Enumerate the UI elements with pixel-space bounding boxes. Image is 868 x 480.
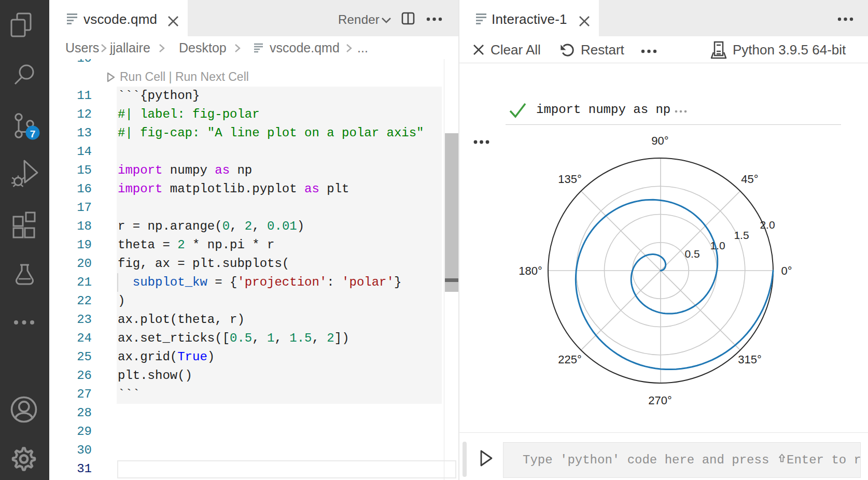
svg-text:45°: 45° <box>741 173 758 186</box>
svg-text:1.0: 1.0 <box>710 239 725 251</box>
svg-text:7: 7 <box>30 129 36 139</box>
svg-text:270°: 270° <box>648 394 672 407</box>
svg-text:180°: 180° <box>519 264 542 277</box>
svg-text:90°: 90° <box>651 134 668 147</box>
svg-text:1.5: 1.5 <box>734 229 749 241</box>
svg-text:2.0: 2.0 <box>760 219 775 231</box>
svg-text:0°: 0° <box>781 264 792 277</box>
svg-text:0.5: 0.5 <box>684 248 699 260</box>
svg-text:135°: 135° <box>558 173 582 186</box>
svg-text:315°: 315° <box>738 353 762 366</box>
svg-text:225°: 225° <box>558 353 582 366</box>
